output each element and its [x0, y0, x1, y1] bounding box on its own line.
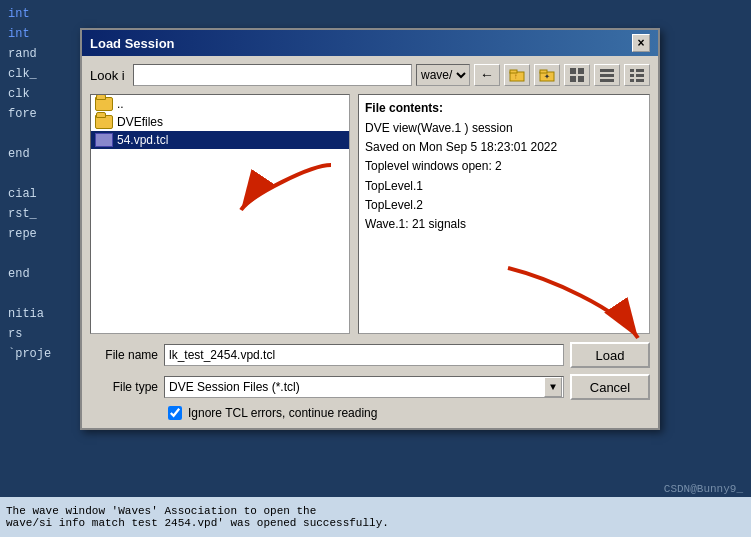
view-list-button[interactable]	[594, 64, 620, 86]
new-folder-button[interactable]: ✦	[534, 64, 560, 86]
status-bar: The wave window 'Waves' Association to o…	[0, 497, 751, 537]
folder-icon	[95, 115, 113, 129]
svg-text:✦: ✦	[544, 71, 550, 82]
cancel-button[interactable]: Cancel	[570, 374, 650, 400]
file-name-label: File name	[90, 348, 158, 362]
dialog-content: Look i wave/ ← ↑ ✦	[82, 56, 658, 428]
svg-rect-8	[570, 76, 576, 82]
file-item-dvefiles[interactable]: DVEfiles	[91, 113, 349, 131]
file-type-select[interactable]: DVE Session Files (*.tcl) All Files (*)	[164, 376, 564, 398]
file-name-row: File name Load	[90, 342, 650, 368]
file-name-input[interactable]	[164, 344, 564, 366]
svg-rect-7	[578, 68, 584, 74]
file-list-panel[interactable]: .. DVEfiles 54.vpd.tcl	[90, 94, 350, 334]
svg-rect-18	[636, 79, 644, 82]
dialog-close-button[interactable]: ×	[632, 34, 650, 52]
look-input[interactable]	[133, 64, 412, 86]
toolbar-row: Look i wave/ ← ↑ ✦	[90, 64, 650, 86]
svg-rect-16	[636, 74, 644, 77]
arrow-2	[488, 258, 648, 348]
status-line-1: The wave window 'Waves' Association to o…	[6, 505, 745, 517]
file-icon	[95, 133, 113, 147]
svg-rect-9	[578, 76, 584, 82]
status-line-2: wave/si info match test 2454.vpd' was op…	[6, 517, 745, 529]
svg-rect-11	[600, 74, 614, 77]
checkbox-row: Ignore TCL errors, continue reading	[168, 406, 650, 420]
dialog-title: Load Session	[90, 36, 175, 51]
svg-text:↑: ↑	[514, 72, 519, 81]
load-session-dialog: Load Session × Look i wave/ ← ↑ ✦	[80, 28, 660, 430]
dialog-title-bar: Load Session ×	[82, 30, 658, 56]
file-type-label: File type	[90, 380, 158, 394]
view-icons-button[interactable]	[564, 64, 590, 86]
watermark: CSDN@Bunny9_	[664, 483, 743, 495]
ignore-tcl-checkbox[interactable]	[168, 406, 182, 420]
load-button[interactable]: Load	[570, 342, 650, 368]
file-item-parent[interactable]: ..	[91, 95, 349, 113]
back-button[interactable]: ←	[474, 64, 500, 86]
folder-up-button[interactable]: ↑	[504, 64, 530, 86]
bottom-fields: File name Load File type DVE Session Fil…	[90, 342, 650, 420]
svg-rect-14	[636, 69, 644, 72]
svg-rect-12	[600, 79, 614, 82]
folder-icon	[95, 97, 113, 111]
svg-rect-13	[630, 69, 634, 72]
svg-rect-6	[570, 68, 576, 74]
editor-line: int	[8, 4, 743, 24]
file-type-row: File type DVE Session Files (*.tcl) All …	[90, 374, 650, 400]
file-contents-title: File contents:	[365, 101, 643, 115]
file-contents-text: DVE view(Wave.1 ) session Saved on Mon S…	[365, 119, 643, 234]
file-contents-panel: File contents: DVE view(Wave.1 ) session…	[358, 94, 650, 334]
file-item-tcl[interactable]: 54.vpd.tcl	[91, 131, 349, 149]
look-label: Look i	[90, 68, 125, 83]
main-area: .. DVEfiles 54.vpd.tcl	[90, 94, 650, 334]
file-type-select-wrapper: DVE Session Files (*.tcl) All Files (*) …	[164, 376, 564, 398]
ignore-tcl-label: Ignore TCL errors, continue reading	[188, 406, 377, 420]
view-detail-button[interactable]	[624, 64, 650, 86]
arrow-1	[231, 155, 350, 235]
svg-rect-10	[600, 69, 614, 72]
svg-rect-17	[630, 79, 634, 82]
svg-rect-15	[630, 74, 634, 77]
path-select[interactable]: wave/	[416, 64, 470, 86]
